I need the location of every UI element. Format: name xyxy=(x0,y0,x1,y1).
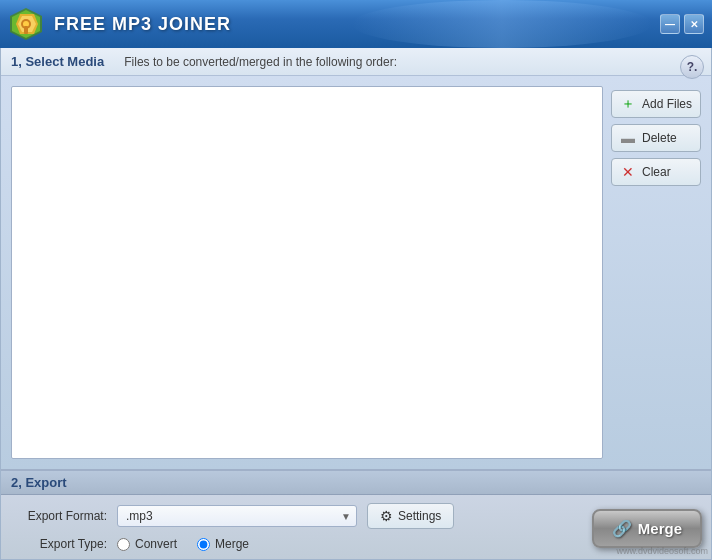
add-files-button[interactable]: ＋ Add Files xyxy=(611,90,701,118)
export-title: 2, Export xyxy=(11,475,67,490)
delete-icon: ▬ xyxy=(620,130,636,146)
svg-rect-6 xyxy=(24,26,28,34)
settings-gear-icon: ⚙ xyxy=(380,508,393,524)
export-header: 2, Export xyxy=(1,471,711,495)
watermark: www.dvdvideosoft.com xyxy=(616,546,708,556)
buttons-panel: ＋ Add Files ▬ Delete ✕ Clear xyxy=(611,86,701,459)
merge-btn-icon: 🔗 xyxy=(612,519,632,538)
delete-label: Delete xyxy=(642,131,677,145)
export-type-label: Export Type: xyxy=(17,537,107,551)
clear-icon: ✕ xyxy=(620,164,636,180)
section1-description: Files to be converted/merged in the foll… xyxy=(124,55,397,69)
app-icon xyxy=(8,6,44,42)
merge-option[interactable]: Merge xyxy=(197,537,249,551)
title-bar: FREE MP3 JOINER — ✕ xyxy=(0,0,712,48)
help-button[interactable]: ?. xyxy=(680,55,704,79)
content-area: ＋ Add Files ▬ Delete ✕ Clear xyxy=(1,76,711,469)
export-format-label: Export Format: xyxy=(17,509,107,523)
app-title: FREE MP3 JOINER xyxy=(54,14,231,35)
merge-button[interactable]: 🔗 Merge xyxy=(592,509,702,548)
merge-radio[interactable] xyxy=(197,538,210,551)
settings-label: Settings xyxy=(398,509,441,523)
format-select-wrapper: .mp3 .wav .ogg .flac .aac ▼ xyxy=(117,505,357,527)
delete-button[interactable]: ▬ Delete xyxy=(611,124,701,152)
add-files-label: Add Files xyxy=(642,97,692,111)
add-icon: ＋ xyxy=(620,96,636,112)
clear-label: Clear xyxy=(642,165,671,179)
merge-label: Merge xyxy=(215,537,249,551)
minimize-button[interactable]: — xyxy=(660,14,680,34)
file-list xyxy=(11,86,603,459)
merge-btn-label: Merge xyxy=(638,520,682,537)
section1-title: 1, Select Media xyxy=(11,54,104,69)
close-button[interactable]: ✕ xyxy=(684,14,704,34)
section1-header: 1, Select Media Files to be converted/me… xyxy=(1,48,711,76)
settings-button[interactable]: ⚙ Settings xyxy=(367,503,454,529)
main-container: 1, Select Media Files to be converted/me… xyxy=(0,48,712,560)
convert-radio[interactable] xyxy=(117,538,130,551)
window-controls: — ✕ xyxy=(660,14,704,34)
convert-option[interactable]: Convert xyxy=(117,537,177,551)
format-select[interactable]: .mp3 .wav .ogg .flac .aac xyxy=(117,505,357,527)
clear-button[interactable]: ✕ Clear xyxy=(611,158,701,186)
export-type-radio-group: Convert Merge xyxy=(117,537,249,551)
convert-label: Convert xyxy=(135,537,177,551)
merge-button-container: 🔗 Merge xyxy=(592,509,702,548)
